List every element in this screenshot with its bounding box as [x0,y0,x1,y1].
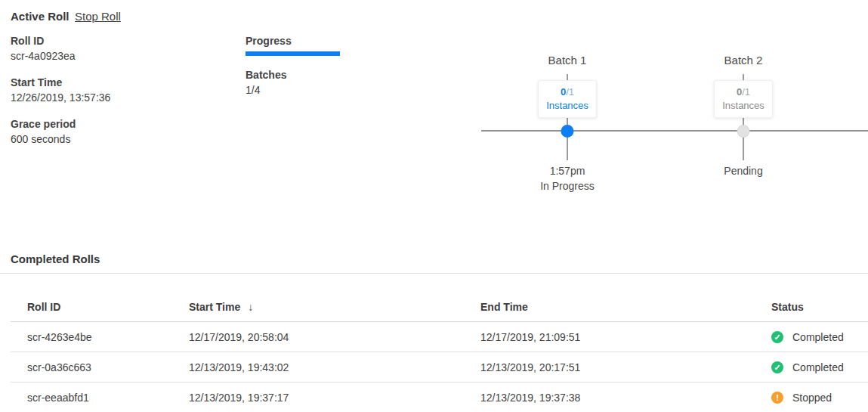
cell-roll-id: scr-4263e4be [27,331,189,343]
cell-status: ✓ Completed [771,331,868,343]
batch-1-instance-count: 0/1 [539,85,596,99]
exclamation-circle-icon: ! [771,392,783,404]
cell-end-time: 12/17/2019, 21:09:51 [480,331,771,343]
cell-status: ! Stopped [771,392,868,404]
section-divider [0,273,868,274]
batch-1-instances-card[interactable]: 0/1 Instances [538,80,597,118]
cell-roll-id: scr-0a36c663 [27,361,189,373]
status-label: Completed [792,361,844,373]
grace-period-field: Grace period 600 seconds [11,116,110,147]
status-label: Stopped [792,392,832,404]
batch-1-timeline-dot [561,125,574,138]
batch-2-instances-card[interactable]: 0/1 Instances [714,80,773,118]
start-time-field: Start Time 12/26/2019, 13:57:36 [11,75,110,105]
status-label: Completed [792,331,844,343]
roll-id-value: scr-4a0923ea [11,48,110,64]
cell-start-time: 12/13/2019, 19:37:17 [189,392,480,404]
batch-2-instance-count: 0/1 [715,85,772,99]
cell-end-time: 12/13/2019, 19:37:38 [480,392,771,404]
start-time-label: Start Time [11,75,110,90]
cell-end-time: 12/13/2019, 20:17:51 [480,361,771,373]
table-header-row: Roll ID Start Time ↓ End Time Status [11,292,868,322]
sort-desc-icon[interactable]: ↓ [248,301,253,313]
cell-status: ✓ Completed [771,361,868,373]
progress-label: Progress [246,33,366,48]
start-time-value: 12/26/2019, 13:57:36 [11,90,110,105]
roll-details: Roll ID scr-4a0923ea Start Time 12/26/20… [11,33,110,158]
batch-2-time: Pending [683,163,804,178]
roll-management-page: Active Roll Stop Roll Roll ID scr-4a0923… [0,0,868,412]
cell-start-time: 12/13/2019, 19:43:02 [189,361,480,373]
batch-2-name: Batch 2 [683,53,804,68]
completed-rolls-title: Completed Rolls [11,252,100,267]
batch-1-stage: In Progress [507,178,628,194]
batch-2-group: Batch 2 0/1 Instances Pending [683,53,804,197]
stop-roll-link[interactable]: Stop Roll [75,9,121,24]
column-header-roll-id: Roll ID [27,301,189,313]
active-roll-title: Active Roll [11,9,70,24]
progress-section: Progress Batches 1/4 [246,33,366,98]
check-circle-icon: ✓ [771,331,783,343]
batch-timeline: Batch 1 0/1 Instances 1:57pm In Progress… [481,53,868,197]
table-row[interactable]: scr-eeaabfd1 12/13/2019, 19:37:17 12/13/… [11,383,868,412]
batch-1-time: 1:57pm [507,163,628,178]
table-row[interactable]: scr-4263e4be 12/17/2019, 20:58:04 12/17/… [11,322,868,352]
table-row[interactable]: scr-0a36c663 12/13/2019, 19:43:02 12/13/… [11,352,868,383]
completed-rolls-table: Roll ID Start Time ↓ End Time Status scr… [11,292,868,412]
column-header-end-time: End Time [480,301,771,313]
grace-period-label: Grace period [11,116,110,132]
cell-start-time: 12/17/2019, 20:58:04 [189,331,480,343]
roll-id-field: Roll ID scr-4a0923ea [11,33,110,64]
batch-1-name: Batch 1 [507,53,628,68]
progress-bar [246,51,340,56]
batch-1-group: Batch 1 0/1 Instances 1:57pm In Progress [507,53,628,197]
progress-bar-fill [246,51,340,56]
column-header-status: Status [771,301,868,313]
cell-roll-id: scr-eeaabfd1 [27,392,189,404]
batch-2-timeline-dot [737,125,750,138]
batch-2-instances-label: Instances [715,99,772,113]
check-circle-icon: ✓ [771,361,783,373]
column-header-start-time[interactable]: Start Time ↓ [189,301,480,313]
batch-1-instances-label[interactable]: Instances [539,99,596,113]
grace-period-value: 600 seconds [11,132,110,147]
batches-value: 1/4 [246,82,366,98]
batches-label: Batches [246,67,366,82]
roll-id-label: Roll ID [11,33,110,48]
